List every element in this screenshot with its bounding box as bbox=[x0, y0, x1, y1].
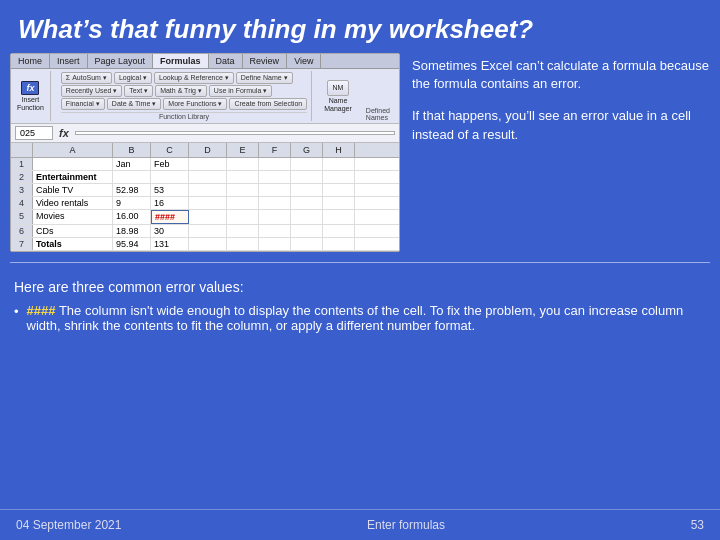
cell-c3[interactable]: 53 bbox=[151, 184, 189, 196]
cell-f4[interactable] bbox=[259, 197, 291, 209]
date-btn[interactable]: Date & Time ▾ bbox=[107, 98, 161, 110]
cell-f7[interactable] bbox=[259, 238, 291, 250]
define-name-btn[interactable]: Define Name ▾ bbox=[236, 72, 293, 84]
ribbon-tab-data[interactable]: Data bbox=[209, 54, 243, 68]
cell-d2[interactable] bbox=[189, 171, 227, 183]
cell-d1[interactable] bbox=[189, 158, 227, 170]
row-3: 3 Cable TV 52.98 53 bbox=[11, 184, 399, 197]
cell-a3[interactable]: Cable TV bbox=[33, 184, 113, 196]
cell-c5-error[interactable]: #### bbox=[151, 210, 189, 224]
create-from-selection-btn[interactable]: Create from Selection bbox=[229, 98, 307, 110]
main-content: Home Insert Page Layout Formulas Data Re… bbox=[0, 53, 720, 252]
cell-e5[interactable] bbox=[227, 210, 259, 224]
row-7: 7 Totals 95.94 131 bbox=[11, 238, 399, 251]
insert-function-button[interactable]: fx InsertFunction bbox=[15, 71, 51, 121]
row-6: 6 CDs 18.98 30 bbox=[11, 225, 399, 238]
cell-d6[interactable] bbox=[189, 225, 227, 237]
section-divider bbox=[10, 262, 710, 263]
cell-d5[interactable] bbox=[189, 210, 227, 224]
cell-a4[interactable]: Video rentals bbox=[33, 197, 113, 209]
cell-b7[interactable]: 95.94 bbox=[113, 238, 151, 250]
ribbon-tab-formulas[interactable]: Formulas bbox=[153, 54, 209, 68]
cell-g1[interactable] bbox=[291, 158, 323, 170]
cell-h3[interactable] bbox=[323, 184, 355, 196]
cell-h5[interactable] bbox=[323, 210, 355, 224]
cell-b3[interactable]: 52.98 bbox=[113, 184, 151, 196]
ribbon-tab-review[interactable]: Review bbox=[243, 54, 288, 68]
cell-g4[interactable] bbox=[291, 197, 323, 209]
formula-input[interactable] bbox=[75, 131, 395, 135]
cell-e2[interactable] bbox=[227, 171, 259, 183]
cell-b1[interactable]: Jan bbox=[113, 158, 151, 170]
footer-date: 04 September 2021 bbox=[16, 518, 121, 532]
cell-f6[interactable] bbox=[259, 225, 291, 237]
cell-g6[interactable] bbox=[291, 225, 323, 237]
cell-d3[interactable] bbox=[189, 184, 227, 196]
cell-a1[interactable] bbox=[33, 158, 113, 170]
name-box[interactable]: 025 bbox=[15, 126, 53, 140]
cell-f1[interactable] bbox=[259, 158, 291, 170]
cell-h7[interactable] bbox=[323, 238, 355, 250]
cell-g5[interactable] bbox=[291, 210, 323, 224]
recently-used-btn[interactable]: Recently Used ▾ bbox=[61, 85, 122, 97]
right-para-1: Sometimes Excel can’t calculate a formul… bbox=[412, 57, 710, 93]
col-e-header: E bbox=[227, 143, 259, 157]
cell-c4[interactable]: 16 bbox=[151, 197, 189, 209]
ribbon-tab-home[interactable]: Home bbox=[11, 54, 50, 68]
cell-e4[interactable] bbox=[227, 197, 259, 209]
row-1: 1 Jan Feb bbox=[11, 158, 399, 171]
cell-c7[interactable]: 131 bbox=[151, 238, 189, 250]
cell-d4[interactable] bbox=[189, 197, 227, 209]
lookup-btn[interactable]: Lookup & Reference ▾ bbox=[154, 72, 234, 84]
cell-e6[interactable] bbox=[227, 225, 259, 237]
cell-c6[interactable]: 30 bbox=[151, 225, 189, 237]
cell-a2[interactable]: Entertainment bbox=[33, 171, 113, 183]
cell-c2[interactable] bbox=[151, 171, 189, 183]
right-para-2: If that happens, you’ll see an error val… bbox=[412, 107, 710, 143]
cell-g7[interactable] bbox=[291, 238, 323, 250]
cell-a6[interactable]: CDs bbox=[33, 225, 113, 237]
cell-c1[interactable]: Feb bbox=[151, 158, 189, 170]
cell-e3[interactable] bbox=[227, 184, 259, 196]
bottom-section: Here are three common error values: • ##… bbox=[0, 273, 720, 343]
cell-g2[interactable] bbox=[291, 171, 323, 183]
cell-a7[interactable]: Totals bbox=[33, 238, 113, 250]
cell-h6[interactable] bbox=[323, 225, 355, 237]
text-btn[interactable]: Text ▾ bbox=[124, 85, 153, 97]
logical-btn[interactable]: Logical ▾ bbox=[114, 72, 152, 84]
name-manager-btn[interactable]: NM NameManager bbox=[318, 71, 358, 121]
bullet-body: The column isn't wide enough to display … bbox=[27, 303, 684, 333]
cell-f5[interactable] bbox=[259, 210, 291, 224]
row-4: 4 Video rentals 9 16 bbox=[11, 197, 399, 210]
financial-btn[interactable]: Financial ▾ bbox=[61, 98, 105, 110]
fx-label: fx bbox=[59, 127, 69, 139]
cell-b6[interactable]: 18.98 bbox=[113, 225, 151, 237]
math-btn[interactable]: Math & Trig ▾ bbox=[155, 85, 207, 97]
col-c-header: C bbox=[151, 143, 189, 157]
cell-h2[interactable] bbox=[323, 171, 355, 183]
ribbon-tab-insert[interactable]: Insert bbox=[50, 54, 88, 68]
cell-d7[interactable] bbox=[189, 238, 227, 250]
cell-h1[interactable] bbox=[323, 158, 355, 170]
cell-b4[interactable]: 9 bbox=[113, 197, 151, 209]
cell-h4[interactable] bbox=[323, 197, 355, 209]
cell-g3[interactable] bbox=[291, 184, 323, 196]
more-functions-btn[interactable]: More Functions ▾ bbox=[163, 98, 227, 110]
cell-e1[interactable] bbox=[227, 158, 259, 170]
col-a-header: A bbox=[33, 143, 113, 157]
cell-a5[interactable]: Movies bbox=[33, 210, 113, 224]
cell-b5[interactable]: 16.00 bbox=[113, 210, 151, 224]
ribbon-tabs: Home Insert Page Layout Formulas Data Re… bbox=[11, 54, 399, 69]
footer-center: Enter formulas bbox=[367, 518, 445, 532]
cell-e7[interactable] bbox=[227, 238, 259, 250]
cell-f3[interactable] bbox=[259, 184, 291, 196]
cell-f2[interactable] bbox=[259, 171, 291, 183]
cell-b2[interactable] bbox=[113, 171, 151, 183]
formula-bar: 025 fx bbox=[11, 124, 399, 143]
ribbon-tab-pagelayout[interactable]: Page Layout bbox=[88, 54, 154, 68]
error-token: #### bbox=[27, 303, 56, 318]
autosum-btn[interactable]: Σ AutoSum ▾ bbox=[61, 72, 112, 84]
use-in-formula-btn[interactable]: Use in Formula ▾ bbox=[209, 85, 272, 97]
row-5: 5 Movies 16.00 #### bbox=[11, 210, 399, 225]
ribbon-tab-view[interactable]: View bbox=[287, 54, 321, 68]
